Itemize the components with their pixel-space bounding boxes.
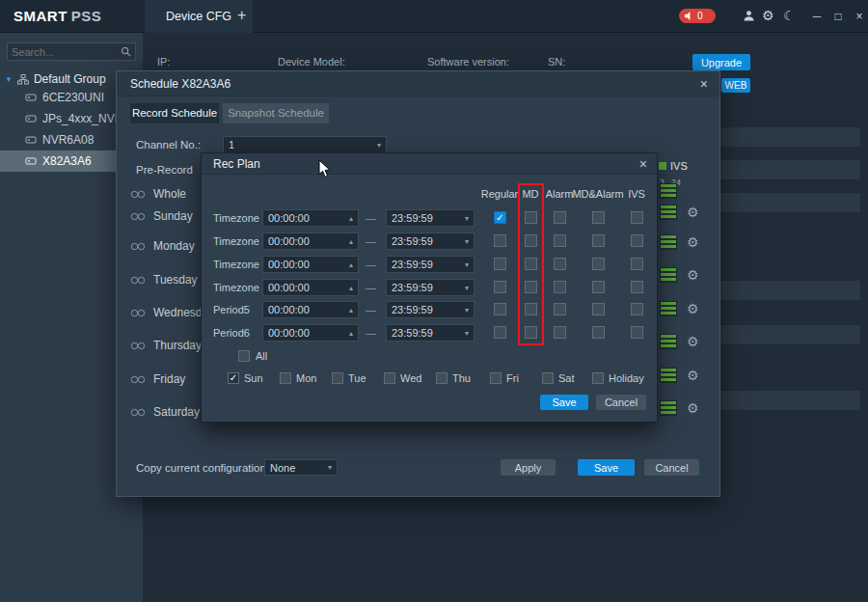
checkbox-ivs[interactable]: ✓ xyxy=(631,281,643,293)
checkbox-thu[interactable]: ✓ xyxy=(436,372,448,384)
spinner-up-icon[interactable]: ▴ xyxy=(349,329,353,338)
checkbox-alarm[interactable]: ✓ xyxy=(554,326,566,339)
checkbox-ivs[interactable]: ✓ xyxy=(631,258,643,270)
apply-button[interactable]: Apply xyxy=(501,459,556,476)
tree-expand-icon[interactable]: ▼ xyxy=(5,75,13,84)
checkbox-md[interactable]: ✓ xyxy=(525,234,537,247)
day-row-monday[interactable]: Monday xyxy=(130,236,195,256)
search-box[interactable] xyxy=(7,42,136,61)
cancel-button[interactable]: Cancel xyxy=(644,459,699,476)
day-row-sunday[interactable]: Sunday xyxy=(130,206,193,226)
dropdown-arrow-icon[interactable]: ▾ xyxy=(465,214,469,223)
copy-target-select[interactable]: None ▾ xyxy=(264,459,338,476)
start-time-input[interactable]: 00:00:00▴ xyxy=(262,324,359,342)
checkbox-alarm[interactable]: ✓ xyxy=(554,281,566,293)
checkbox-alarm[interactable]: ✓ xyxy=(554,234,566,247)
start-time-input[interactable]: 00:00:00▴ xyxy=(262,301,359,318)
spinner-up-icon[interactable]: ▴ xyxy=(349,306,353,315)
checkbox-alarm[interactable]: ✓ xyxy=(554,258,566,270)
day-row-thursday[interactable]: Thursday xyxy=(130,336,202,355)
alarm-badge[interactable]: 0 xyxy=(679,9,716,23)
checkbox-md[interactable]: ✓ xyxy=(525,303,537,315)
daycheck-sat[interactable]: ✓ Sat xyxy=(542,371,575,385)
theme-moon-icon[interactable]: ☾ xyxy=(783,8,796,23)
day-row-friday[interactable]: Friday xyxy=(130,369,185,389)
end-time-input[interactable]: 23:59:59▾ xyxy=(386,209,475,227)
daycheck-holiday[interactable]: ✓ Holiday xyxy=(592,371,644,385)
checkbox-regular[interactable]: ✓ xyxy=(494,211,506,224)
save-button[interactable]: Save xyxy=(578,459,635,476)
daycheck-fri[interactable]: ✓ Fri xyxy=(490,371,519,385)
checkbox-md[interactable]: ✓ xyxy=(525,326,537,339)
checkbox-md[interactable]: ✓ xyxy=(525,258,537,270)
checkbox-md-alarm[interactable]: ✓ xyxy=(592,281,605,293)
end-time-input[interactable]: 23:59:59▾ xyxy=(386,233,475,250)
dropdown-arrow-icon[interactable]: ▾ xyxy=(465,237,469,246)
user-icon[interactable] xyxy=(743,9,755,25)
web-button[interactable]: WEB xyxy=(721,78,750,93)
end-time-input[interactable]: 23:59:59▾ xyxy=(386,279,475,296)
daycheck-tue[interactable]: ✓ Tue xyxy=(332,371,366,385)
checkbox-regular[interactable]: ✓ xyxy=(494,303,506,315)
dropdown-arrow-icon[interactable]: ▾ xyxy=(465,306,469,315)
end-time-input[interactable]: 23:59:59▾ xyxy=(386,324,475,342)
day-row-tuesday[interactable]: Tuesday xyxy=(130,270,198,289)
spinner-up-icon[interactable]: ▴ xyxy=(349,237,353,246)
channel-select[interactable]: 1 ▾ xyxy=(223,136,387,153)
search-input[interactable] xyxy=(12,46,121,58)
checkbox-regular[interactable]: ✓ xyxy=(494,281,506,293)
checkbox-fri[interactable]: ✓ xyxy=(490,372,502,384)
tab-snapshot-schedule[interactable]: Snapshot Schedule xyxy=(223,103,329,123)
day-settings-gear-icon[interactable]: ⚙ xyxy=(687,301,699,316)
daycheck-thu[interactable]: ✓ Thu xyxy=(436,371,471,385)
minimize-button[interactable]: ─ xyxy=(810,10,824,23)
save-button[interactable]: Save xyxy=(540,395,588,410)
checkbox-alarm[interactable]: ✓ xyxy=(554,303,566,315)
cancel-button[interactable]: Cancel xyxy=(596,395,646,410)
checkbox-md-alarm[interactable]: ✓ xyxy=(592,326,605,339)
checkbox-md[interactable]: ✓ xyxy=(525,281,537,293)
checkbox-all[interactable]: ✓ xyxy=(238,350,250,362)
end-time-input[interactable]: 23:59:59▾ xyxy=(386,256,475,273)
start-time-input[interactable]: 00:00:00▴ xyxy=(262,256,359,273)
daycheck-wed[interactable]: ✓ Wed xyxy=(384,371,421,385)
close-icon[interactable]: × xyxy=(639,157,647,171)
checkbox-mon[interactable]: ✓ xyxy=(280,372,291,384)
checkbox-regular[interactable]: ✓ xyxy=(494,258,506,270)
spinner-up-icon[interactable]: ▴ xyxy=(349,214,353,223)
checkbox-sat[interactable]: ✓ xyxy=(542,372,554,384)
start-time-input[interactable]: 00:00:00▴ xyxy=(262,209,359,227)
spinner-up-icon[interactable]: ▴ xyxy=(349,284,353,292)
day-settings-gear-icon[interactable]: ⚙ xyxy=(687,400,699,416)
day-settings-gear-icon[interactable]: ⚙ xyxy=(687,267,699,283)
checkbox-ivs[interactable]: ✓ xyxy=(631,234,643,247)
day-settings-gear-icon[interactable]: ⚙ xyxy=(687,368,699,383)
dropdown-arrow-icon[interactable]: ▾ xyxy=(465,260,469,269)
day-settings-gear-icon[interactable]: ⚙ xyxy=(687,334,699,349)
daycheck-sun[interactable]: ✓ Sun xyxy=(228,371,263,385)
upgrade-button[interactable]: Upgrade xyxy=(692,54,750,70)
start-time-input[interactable]: 00:00:00▴ xyxy=(262,279,359,296)
checkbox-ivs[interactable]: ✓ xyxy=(631,303,643,315)
end-time-input[interactable]: 23:59:59▾ xyxy=(386,301,475,318)
checkbox-holiday[interactable]: ✓ xyxy=(592,372,604,384)
dropdown-arrow-icon[interactable]: ▾ xyxy=(465,284,469,292)
maximize-button[interactable]: □ xyxy=(831,10,845,23)
close-window-button[interactable]: × xyxy=(853,10,866,23)
checkbox-regular[interactable]: ✓ xyxy=(494,326,506,339)
gear-icon[interactable]: ⚙ xyxy=(762,8,774,23)
checkbox-alarm[interactable]: ✓ xyxy=(554,211,566,224)
checkbox-md-alarm[interactable]: ✓ xyxy=(592,211,605,224)
checkbox-wed[interactable]: ✓ xyxy=(384,372,395,384)
day-row-whole[interactable]: Whole xyxy=(130,184,186,204)
daycheck-mon[interactable]: ✓ Mon xyxy=(280,371,316,385)
day-row-saturday[interactable]: Saturday xyxy=(130,402,200,422)
day-settings-gear-icon[interactable]: ⚙ xyxy=(687,205,699,220)
checkbox-md-alarm[interactable]: ✓ xyxy=(592,234,605,247)
spinner-up-icon[interactable]: ▴ xyxy=(349,260,353,269)
day-settings-gear-icon[interactable]: ⚙ xyxy=(687,234,699,250)
checkbox-md-alarm[interactable]: ✓ xyxy=(592,303,605,315)
checkbox-md-alarm[interactable]: ✓ xyxy=(592,258,605,270)
checkbox-regular[interactable]: ✓ xyxy=(494,234,506,247)
start-time-input[interactable]: 00:00:00▴ xyxy=(262,233,359,250)
